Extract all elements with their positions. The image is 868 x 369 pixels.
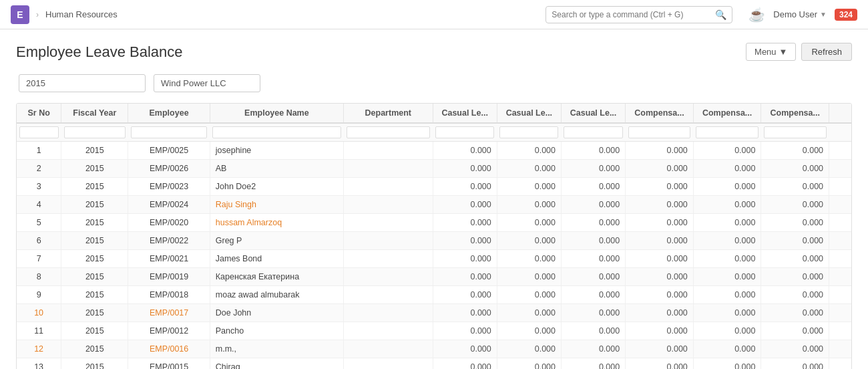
cell-cp2: 0.000 — [693, 340, 761, 358]
cell-extra — [829, 322, 851, 340]
table-row: 12 2015 EMP/0016 m.m., 0.000 0.000 0.000… — [17, 340, 851, 358]
search-input[interactable] — [552, 10, 711, 19]
cell-dept — [344, 268, 433, 286]
cell-sr: 4 — [17, 196, 61, 214]
cell-cl2: 0.000 — [497, 322, 561, 340]
cell-cl2: 0.000 — [497, 286, 561, 304]
cell-cp3: 0.000 — [761, 178, 829, 196]
table-row: 1 2015 EMP/0025 josephine 0.000 0.000 0.… — [17, 142, 851, 160]
filter-year[interactable] — [64, 126, 126, 138]
filter-cp2[interactable] — [696, 126, 758, 138]
cell-extra — [829, 178, 851, 196]
cell-name: Pancho — [210, 322, 343, 340]
cell-cl1: 0.000 — [433, 322, 497, 340]
notification-badge[interactable]: 324 — [835, 9, 857, 21]
cell-cl1: 0.000 — [433, 196, 497, 214]
filter-emp[interactable] — [131, 126, 207, 138]
col-compensa-3: Compensa... — [761, 104, 829, 123]
cell-emp: EMP/0023 — [128, 178, 210, 196]
cell-cl3: 0.000 — [561, 178, 625, 196]
cell-cp3: 0.000 — [761, 160, 829, 178]
col-casual-le-1: Casual Le... — [433, 104, 497, 123]
user-menu[interactable]: Demo User ▼ — [773, 9, 827, 19]
col-casual-le-2: Casual Le... — [497, 104, 561, 123]
company-filter[interactable] — [154, 74, 260, 92]
cell-year: 2015 — [61, 250, 128, 268]
cell-name: moaz awad almubarak — [210, 286, 343, 304]
app-icon[interactable]: E — [11, 5, 29, 24]
cell-dept — [344, 340, 433, 358]
menu-button[interactable]: Menu ▼ — [746, 43, 796, 61]
cell-cp3: 0.000 — [761, 196, 829, 214]
filter-cp1[interactable] — [628, 126, 691, 138]
cell-emp: EMP/0026 — [128, 160, 210, 178]
cell-name: Chirag — [210, 358, 343, 370]
cell-extra — [829, 160, 851, 178]
cell-cp2: 0.000 — [693, 160, 761, 178]
refresh-button[interactable]: Refresh — [801, 43, 852, 61]
cell-cl3: 0.000 — [561, 142, 625, 160]
cell-dept — [344, 250, 433, 268]
cell-name: Каренская Екатерина — [210, 268, 343, 286]
cell-sr: 3 — [17, 178, 61, 196]
cell-cp1: 0.000 — [626, 142, 694, 160]
table-row: 11 2015 EMP/0012 Pancho 0.000 0.000 0.00… — [17, 322, 851, 340]
cell-extra — [829, 268, 851, 286]
cell-cp2: 0.000 — [693, 178, 761, 196]
cell-emp: EMP/0019 — [128, 268, 210, 286]
cell-name: m.m., — [210, 340, 343, 358]
cell-cl1: 0.000 — [433, 160, 497, 178]
cell-sr: 5 — [17, 214, 61, 232]
cell-year: 2015 — [61, 178, 128, 196]
cell-cl1: 0.000 — [433, 340, 497, 358]
cell-dept — [344, 286, 433, 304]
cell-extra — [829, 358, 851, 370]
navbar: E › Human Resources 🔍 ☕ Demo User ▼ 324 — [0, 0, 868, 29]
cell-emp: EMP/0020 — [128, 214, 210, 232]
cell-cp2: 0.000 — [693, 286, 761, 304]
cell-cp3: 0.000 — [761, 268, 829, 286]
cell-name: Doe John — [210, 304, 343, 322]
search-bar[interactable]: 🔍 — [546, 6, 732, 23]
table-row: 7 2015 EMP/0021 James Bond 0.000 0.000 0… — [17, 250, 851, 268]
filter-sr[interactable] — [19, 126, 59, 138]
cell-extra — [829, 232, 851, 250]
cell-cl2: 0.000 — [497, 358, 561, 370]
table-scroll-area[interactable]: Sr No Fiscal Year Employee Employee Name… — [17, 104, 851, 369]
col-sr-no: Sr No — [17, 104, 61, 123]
table-header-row: Sr No Fiscal Year Employee Employee Name… — [17, 104, 851, 123]
cell-year: 2015 — [61, 304, 128, 322]
filter-cp3[interactable] — [764, 126, 827, 138]
page-header: Employee Leave Balance Menu ▼ Refresh — [16, 43, 852, 61]
col-department: Department — [344, 104, 433, 123]
cell-emp: EMP/0015 — [128, 358, 210, 370]
cell-cp2: 0.000 — [693, 196, 761, 214]
chevron-down-icon: ▼ — [820, 11, 827, 18]
cell-cl1: 0.000 — [433, 358, 497, 370]
filter-name[interactable] — [212, 126, 341, 138]
table-row: 3 2015 EMP/0023 John Doe2 0.000 0.000 0.… — [17, 178, 851, 196]
nav-right-section: ☕ Demo User ▼ 324 — [748, 7, 857, 23]
cell-name: John Doe2 — [210, 178, 343, 196]
filter-cl3[interactable] — [564, 126, 622, 138]
cell-sr: 12 — [17, 340, 61, 358]
cell-cl2: 0.000 — [497, 304, 561, 322]
cell-cp3: 0.000 — [761, 142, 829, 160]
cell-extra — [829, 304, 851, 322]
filter-cl2[interactable] — [499, 126, 558, 138]
cell-sr: 11 — [17, 322, 61, 340]
cell-cp3: 0.000 — [761, 340, 829, 358]
cell-cp2: 0.000 — [693, 358, 761, 370]
coffee-icon: ☕ — [748, 7, 765, 23]
cell-year: 2015 — [61, 286, 128, 304]
cell-cp1: 0.000 — [626, 340, 694, 358]
filter-cl1[interactable] — [435, 126, 494, 138]
filter-dept[interactable] — [347, 126, 431, 138]
cell-extra — [829, 142, 851, 160]
cell-sr: 9 — [17, 286, 61, 304]
cell-cp1: 0.000 — [626, 250, 694, 268]
cell-extra — [829, 196, 851, 214]
cell-sr: 8 — [17, 268, 61, 286]
year-filter[interactable] — [19, 74, 146, 92]
cell-cl3: 0.000 — [561, 196, 625, 214]
